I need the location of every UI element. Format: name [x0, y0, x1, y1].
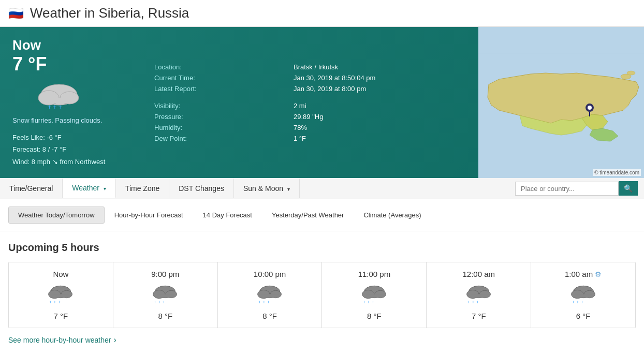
feels-like: Feels Like: -6 °F	[12, 131, 122, 143]
svg-point-7	[588, 106, 592, 110]
location-value: Bratsk / Irkutsk	[289, 62, 463, 72]
svg-text:+  +  +: + + +	[258, 300, 270, 305]
forecast-detail: Forecast: 8 / -7 °F	[12, 143, 122, 155]
hourly-cell-1: 9:00 pm + + + 8 °F	[113, 262, 218, 328]
weather-icon-0: + + +	[42, 283, 79, 307]
latest-report-label: Latest Report:	[150, 83, 289, 94]
tab-dst-changes[interactable]: DST Changes	[169, 179, 234, 198]
weather-info-table: Location: Bratsk / Irkutsk Current Time:…	[135, 27, 478, 178]
pressure-label: Pressure:	[150, 111, 289, 122]
hourly-cell-2: 10:00 pm + + + 8 °F	[218, 262, 323, 328]
sub-nav-hour-by-hour[interactable]: Hour-by-Hour Forecast	[105, 207, 193, 224]
svg-rect-39	[575, 294, 592, 298]
humidity-value: 78%	[289, 122, 463, 133]
hourly-temp-2: 8 °F	[262, 312, 277, 320]
weather-icon-1: + + +	[147, 283, 183, 307]
weather-panel: Now 7 °F + + + Snow flurries. Passing cl…	[0, 27, 644, 178]
hourly-time-5: 1:00 am ⚙	[565, 270, 602, 278]
weather-dropdown-arrow: ▾	[104, 186, 106, 191]
svg-rect-29	[367, 294, 383, 298]
visibility-value: 2 mi	[289, 100, 463, 111]
hourly-cell-3: 11:00 pm + + + 8 °F	[322, 262, 427, 328]
sub-nav-yesterday[interactable]: Yesterday/Past Weather	[262, 207, 354, 224]
svg-text:+  +  +: + + +	[572, 300, 583, 305]
hourly-temp-4: 7 °F	[472, 312, 486, 320]
russia-flag: 🇷🇺	[8, 6, 24, 21]
dew-point-label: Dew Point:	[150, 133, 289, 144]
svg-text:+  +  +: + + +	[48, 104, 62, 111]
search-input[interactable]	[515, 182, 619, 196]
hourly-time-2: 10:00 pm	[254, 270, 286, 278]
see-more-chevron-icon: ›	[113, 335, 116, 345]
nav-search-area: 🔍	[509, 178, 644, 199]
nav-bar: Time/General Weather ▾ Time Zone DST Cha…	[0, 178, 644, 199]
hourly-temp-1: 8 °F	[158, 312, 172, 320]
see-more-link[interactable]: See more hour-by-hour weather ›	[8, 335, 116, 345]
svg-rect-19	[157, 294, 174, 298]
svg-rect-24	[262, 294, 279, 298]
tab-weather[interactable]: Weather ▾	[63, 179, 116, 198]
weather-icon-3: + + +	[356, 283, 392, 307]
tab-time-zone[interactable]: Time Zone	[116, 179, 169, 198]
sub-nav-14-day[interactable]: 14 Day Forecast	[193, 207, 262, 224]
nav-tabs: Time/General Weather ▾ Time Zone DST Cha…	[0, 179, 509, 198]
weather-details: Feels Like: -6 °F Forecast: 8 / -7 °F Wi…	[12, 131, 122, 168]
page-title: Weather in Siberia, Russia	[30, 5, 189, 21]
sub-nav-climate[interactable]: Climate (Averages)	[354, 207, 431, 224]
weather-map: © timeanddate.com	[478, 27, 644, 178]
svg-text:+  +  +: + + +	[154, 300, 166, 305]
hourly-cell-now: Now + + + 7 °F	[9, 262, 113, 328]
latest-report-value: Jan 30, 2019 at 8:00 pm	[289, 83, 463, 94]
humidity-label: Humidity:	[150, 122, 289, 133]
sub-nav-today-tomorrow[interactable]: Weather Today/Tomorrow	[8, 207, 105, 224]
hourly-time-1: 9:00 pm	[151, 270, 179, 278]
hourly-grid: Now + + + 7 °F 9:00 pm	[8, 262, 636, 328]
hourly-time-4: 12:00 am	[462, 270, 495, 278]
hourly-time-3: 11:00 pm	[358, 270, 391, 278]
settings-icon[interactable]: ⚙	[595, 270, 602, 278]
sun-moon-dropdown-arrow: ▾	[287, 186, 290, 192]
current-temperature: 7 °F	[12, 53, 122, 75]
weather-icon-2: + + +	[252, 283, 288, 307]
map-credit: © timeanddate.com	[593, 169, 641, 176]
svg-text:+  +  +: + + +	[467, 300, 479, 305]
weather-icon-4: + + +	[461, 283, 497, 307]
visibility-label: Visibility:	[150, 100, 289, 111]
weather-current: Now 7 °F + + + Snow flurries. Passing cl…	[0, 27, 135, 178]
upcoming-section: Upcoming 5 hours Now + + + 7 °F 9:00 pm	[0, 231, 644, 354]
page-header: 🇷🇺 Weather in Siberia, Russia	[0, 0, 644, 27]
svg-rect-3	[46, 98, 73, 103]
svg-text:+  +  +: + + +	[49, 300, 61, 305]
hourly-temp-3: 8 °F	[367, 312, 382, 320]
hourly-temp-5: 6 °F	[576, 312, 591, 320]
tab-time-general[interactable]: Time/General	[0, 179, 63, 198]
sub-nav: Weather Today/Tomorrow Hour-by-Hour Fore…	[0, 199, 644, 231]
hourly-temp-0: 7 °F	[54, 312, 68, 320]
wind-detail: Wind: 8 mph ↘ from Northwest	[12, 156, 122, 168]
upcoming-title: Upcoming 5 hours	[8, 242, 636, 254]
pressure-value: 29.89 "Hg	[289, 111, 463, 122]
svg-rect-14	[53, 294, 69, 298]
tab-sun-moon[interactable]: Sun & Moon ▾	[234, 179, 300, 198]
hourly-time-0: Now	[53, 270, 68, 278]
svg-point-10	[627, 71, 635, 75]
svg-rect-34	[471, 294, 487, 298]
now-label: Now	[12, 37, 122, 53]
hourly-cell-5: 1:00 am ⚙ + + + 6 °F	[531, 262, 635, 328]
location-label: Location:	[150, 62, 289, 72]
map-canvas: © timeanddate.com	[478, 27, 644, 178]
current-time-label: Current Time:	[150, 72, 289, 83]
weather-condition: Snow flurries. Passing clouds.	[12, 116, 122, 124]
search-button[interactable]: 🔍	[619, 181, 638, 196]
svg-text:+  +  +: + + +	[362, 300, 374, 305]
current-time-value: Jan 30, 2019 at 8:50:04 pm	[289, 72, 463, 83]
see-more-label: See more hour-by-hour weather	[8, 336, 111, 344]
weather-icon-5: + + +	[565, 283, 602, 307]
dew-point-value: 1 °F	[289, 133, 463, 144]
hourly-cell-4: 12:00 am + + + 7 °F	[427, 262, 531, 328]
weather-icon-large: + + +	[33, 79, 122, 114]
